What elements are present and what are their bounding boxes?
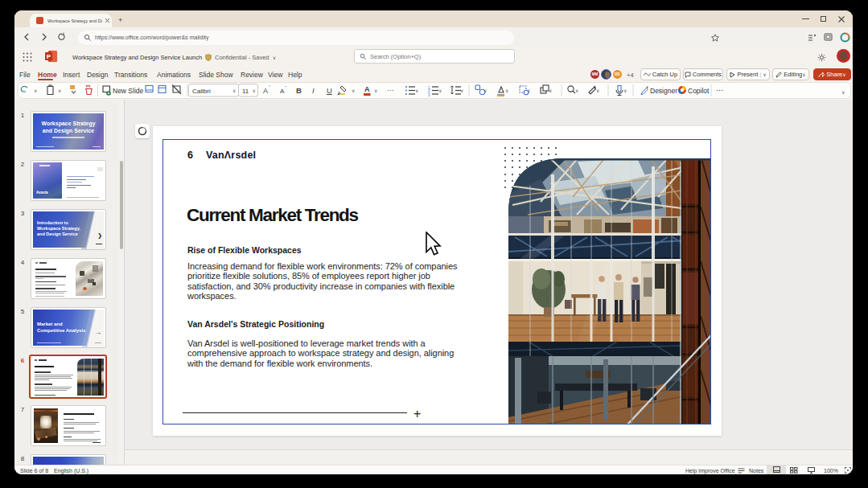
svg-text:3: 3	[428, 93, 430, 97]
svg-text:U: U	[327, 86, 332, 95]
svg-text:Designer: Designer	[650, 87, 677, 95]
svg-text:∨: ∨	[253, 88, 256, 93]
svg-text:∨: ∨	[596, 88, 599, 93]
svg-text:∨: ∨	[34, 88, 37, 93]
svg-text:∨: ∨	[374, 88, 377, 93]
svg-text:A: A	[364, 85, 370, 93]
svg-text:∨: ∨	[549, 88, 552, 93]
svg-text:∨: ∨	[438, 88, 442, 93]
svg-text:Calibri: Calibri	[192, 88, 211, 95]
svg-text:∨: ∨	[623, 88, 627, 93]
svg-text:⋯: ⋯	[387, 87, 393, 94]
svg-text:∨: ∨	[352, 88, 355, 93]
svg-text:Copilot: Copilot	[688, 87, 710, 95]
svg-text:11: 11	[242, 88, 249, 95]
svg-text:∨: ∨	[841, 90, 845, 95]
svg-text:ˇ: ˇ	[285, 85, 286, 90]
svg-text:⋯: ⋯	[716, 86, 723, 94]
svg-text:∨: ∨	[575, 88, 578, 93]
svg-text:∨: ∨	[415, 88, 418, 93]
svg-text:B: B	[296, 86, 302, 95]
svg-text:I: I	[312, 86, 315, 95]
svg-text:∨: ∨	[58, 88, 61, 93]
svg-text:∨: ∨	[505, 88, 508, 93]
svg-text:P: P	[47, 53, 51, 60]
svg-text:∨: ∨	[232, 88, 236, 93]
svg-text:ˆ: ˆ	[269, 84, 270, 89]
svg-text:A: A	[263, 87, 268, 95]
svg-text:New Slide: New Slide	[113, 87, 144, 95]
